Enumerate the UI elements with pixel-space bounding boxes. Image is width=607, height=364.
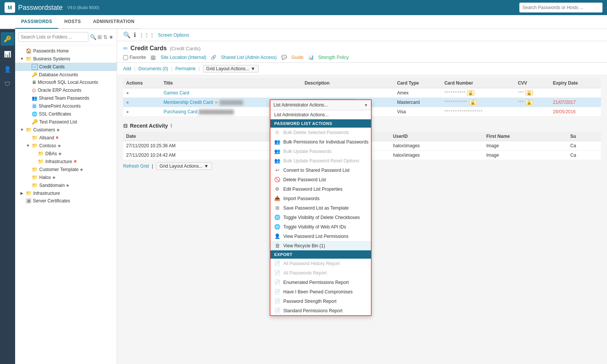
tree-item-ssl[interactable]: 🌐 SSL Certificates bbox=[15, 110, 117, 118]
tree-item-customers[interactable]: ▼ 📁 Customers ◆ bbox=[15, 126, 117, 134]
enumerated-item[interactable]: 📄 Enumerated Permissions Report bbox=[270, 278, 371, 287]
toggle-api-icon: 🌐 bbox=[274, 224, 280, 230]
tab-hosts[interactable]: HOSTS bbox=[58, 15, 87, 29]
tab-passwords[interactable]: PASSWORDS bbox=[15, 15, 58, 29]
global-search[interactable] bbox=[519, 3, 602, 12]
shared-list-link[interactable]: Shared List (Admin Access) bbox=[221, 55, 276, 60]
search-icon[interactable]: 🔍 bbox=[90, 34, 96, 40]
strength-report-item[interactable]: 📄 Password Strength Report bbox=[270, 296, 371, 306]
expand-icon[interactable]: ▼ bbox=[20, 57, 24, 61]
tree-item-sanddomain[interactable]: 📁 Sanddomain ◆ bbox=[15, 181, 117, 189]
toolbar-info-icon[interactable]: ℹ bbox=[134, 31, 136, 39]
tree-item-infra-child[interactable]: 📁 Infrastructure ✖ bbox=[15, 157, 117, 165]
search-input[interactable] bbox=[519, 3, 602, 12]
left-search-bar: 🔍 ⊞ ⇅ ★ bbox=[15, 29, 117, 45]
toggle-delete-item[interactable]: 🌐 Toggle Visibility of Delete Checkboxes bbox=[270, 213, 371, 222]
refresh-grid-link[interactable]: Refresh Grid bbox=[123, 163, 149, 169]
tab-administration[interactable]: ADMINISTRATION bbox=[87, 15, 141, 29]
delete-list-item[interactable]: 🚫 Delete Password List bbox=[270, 175, 371, 184]
filter-icon[interactable]: ⊞ bbox=[97, 34, 102, 40]
action-cell[interactable]: ● bbox=[123, 88, 161, 98]
tree-item-mssql[interactable]: 🖥 Microsoft SQL Local Accounts bbox=[15, 79, 117, 86]
star-icon: ★ bbox=[214, 100, 218, 105]
purchasing-card-link[interactable]: Purchasing Card bbox=[164, 109, 197, 114]
convert-shared-item[interactable]: ↩ Convert to Shared Password List bbox=[270, 165, 371, 175]
expand-icon[interactable]: ▼ bbox=[26, 143, 30, 148]
key-icon: 🔑 bbox=[32, 119, 38, 125]
guide-link[interactable]: Guide bbox=[292, 55, 304, 60]
tree-item-halox[interactable]: 📁 Halox ◆ bbox=[15, 173, 117, 181]
games-card-link[interactable]: Games Card bbox=[164, 90, 189, 96]
sort-icon[interactable]: ⇅ bbox=[103, 34, 108, 40]
strength-policy-link[interactable]: Strength Policy bbox=[318, 55, 349, 60]
dropdown-arrow-icon: ▼ bbox=[364, 103, 368, 107]
admin-dropdown-select[interactable]: List Administrator Actions... ▼ bbox=[270, 100, 371, 110]
toggle-delete-icon: 🌐 bbox=[274, 214, 280, 220]
bulk-delete-item[interactable]: ⚙ Bulk Delete Selected Passwords bbox=[270, 128, 371, 137]
tree-item-customer-template[interactable]: 📁 Customer Template ◆ bbox=[15, 165, 117, 173]
tree-item-test-pw[interactable]: 🔑 Test Password List bbox=[15, 118, 117, 126]
hamburger-menu[interactable]: ☰ bbox=[0, 30, 15, 44]
view-recycle-bin-item[interactable]: 🗑 View Recycle Bin (1) bbox=[270, 241, 371, 250]
tree-item-credit-cards[interactable]: ═ Credit Cards bbox=[15, 63, 117, 71]
favorites-icon[interactable]: ★ bbox=[109, 34, 114, 40]
bulk-update-reset-item[interactable]: 👥 Bulk Update Password Reset Options bbox=[270, 156, 371, 165]
section-header-text: PASSWORD LIST ACTIONS bbox=[274, 121, 332, 126]
tree-label: Database Accounts bbox=[39, 72, 78, 77]
folder-tree: 🏠 Passwords Home ▼ 📁 Business Systems ═ … bbox=[15, 45, 117, 364]
hibp-item[interactable]: 📄 Have I Been Pwned Compromises bbox=[270, 287, 371, 296]
toolbar-grid-icon[interactable]: ⋮⋮⋮ bbox=[139, 32, 155, 38]
app-name: Passwordstate bbox=[18, 4, 63, 12]
favorite-label[interactable]: Favorite bbox=[123, 55, 146, 60]
permalink-link[interactable]: Permalink bbox=[175, 66, 195, 71]
site-location-link[interactable]: Site Location (Internal) bbox=[161, 55, 206, 60]
documents-link[interactable]: Documents (0) bbox=[138, 66, 168, 71]
userid-cell: halox\images bbox=[390, 151, 483, 160]
sidebar-icon-shield[interactable]: 🛡 bbox=[1, 77, 14, 91]
all-passwords-item[interactable]: 📄 All Passwords Report bbox=[270, 268, 371, 278]
toggle-api-item[interactable]: 🌐 Toggle Visibility of Web API IDs bbox=[270, 222, 371, 231]
grid-layout-label: Grid Layout Actions... bbox=[159, 163, 202, 169]
bulk-permissions-item[interactable]: 👥 Bulk Permissions for Individual Passwo… bbox=[270, 137, 371, 147]
grid-layout-button[interactable]: Grid Layout Actions... ▼ bbox=[203, 65, 259, 72]
expand-icon[interactable]: ▶ bbox=[20, 191, 24, 195]
favorite-checkbox[interactable] bbox=[123, 55, 128, 60]
toolbar-search-icon[interactable]: 🔍 bbox=[123, 31, 131, 39]
action-cell[interactable]: ● bbox=[123, 98, 161, 107]
sidebar-icon-chart[interactable]: 📊 bbox=[1, 47, 14, 61]
action-cell[interactable]: ● bbox=[123, 107, 161, 117]
tree-item-shared-team[interactable]: 👥 Shared Team Passwords bbox=[15, 94, 117, 102]
col-card-type: Card Type bbox=[394, 78, 441, 88]
tree-item-infra-root[interactable]: ▶ 📁 Infrastructure bbox=[15, 189, 117, 197]
import-passwords-item[interactable]: 📥 Import Passwords bbox=[270, 194, 371, 203]
tree-item-server-certs[interactable]: 🖥 Server Certificates bbox=[15, 197, 117, 205]
add-link[interactable]: Add bbox=[123, 66, 131, 71]
tree-item-database-accounts[interactable]: 🔑 Database Accounts bbox=[15, 71, 117, 79]
tree-item-sharepoint[interactable]: ⊞ SharePoint Accounts bbox=[15, 102, 117, 110]
tree-item-contoso[interactable]: ▼ 📁 Contoso ◆ bbox=[15, 142, 117, 150]
save-template-item[interactable]: ⊞ Save Password List as Template bbox=[270, 203, 371, 213]
tree-search-input[interactable] bbox=[18, 32, 88, 42]
recent-grid-layout-button[interactable]: Grid Layout Actions... ▼ bbox=[156, 162, 212, 170]
tree-item-business-systems[interactable]: ▼ 📁 Business Systems bbox=[15, 55, 117, 63]
expand-icon[interactable]: ▼ bbox=[20, 128, 24, 132]
membership-card-link[interactable]: Membership Credit Card bbox=[164, 100, 213, 105]
screen-options-link[interactable]: Screen Options bbox=[158, 32, 189, 38]
edit-properties-item[interactable]: ⚙ Edit Password List Properties bbox=[270, 184, 371, 194]
all-history-item[interactable]: 📄 All Password History Report bbox=[270, 259, 371, 268]
tree-item-dbas[interactable]: 📁 DBAs ◆ bbox=[15, 150, 117, 157]
col-userid: UserID bbox=[390, 132, 483, 141]
card-num-masked: ********** bbox=[444, 90, 466, 96]
standard-perm-item[interactable]: 📄 Standard Permissions Report bbox=[270, 306, 371, 315]
view-permissions-item[interactable]: 👤 View Password List Permissions bbox=[270, 231, 371, 241]
tree-item-oracle-erp[interactable]: ⊙ Oracle ERP Accounts bbox=[15, 86, 117, 94]
tree-item-passwords-home[interactable]: 🏠 Passwords Home bbox=[15, 47, 117, 55]
all-pw-icon: 📄 bbox=[274, 270, 280, 276]
list-admin-actions-item[interactable]: List Administrator Actions... bbox=[270, 110, 371, 119]
tree-item-allsand[interactable]: 📁 Allsand ✖ bbox=[15, 134, 117, 142]
sidebar-icon-users[interactable]: 👤 bbox=[1, 62, 14, 76]
expiry-cell: 28/05/2016 bbox=[550, 107, 601, 117]
bulk-update-item[interactable]: 👥 Bulk Update Passwords bbox=[270, 147, 371, 156]
hibp-icon: 📄 bbox=[274, 289, 280, 295]
tree-label: SharePoint Accounts bbox=[39, 103, 80, 109]
